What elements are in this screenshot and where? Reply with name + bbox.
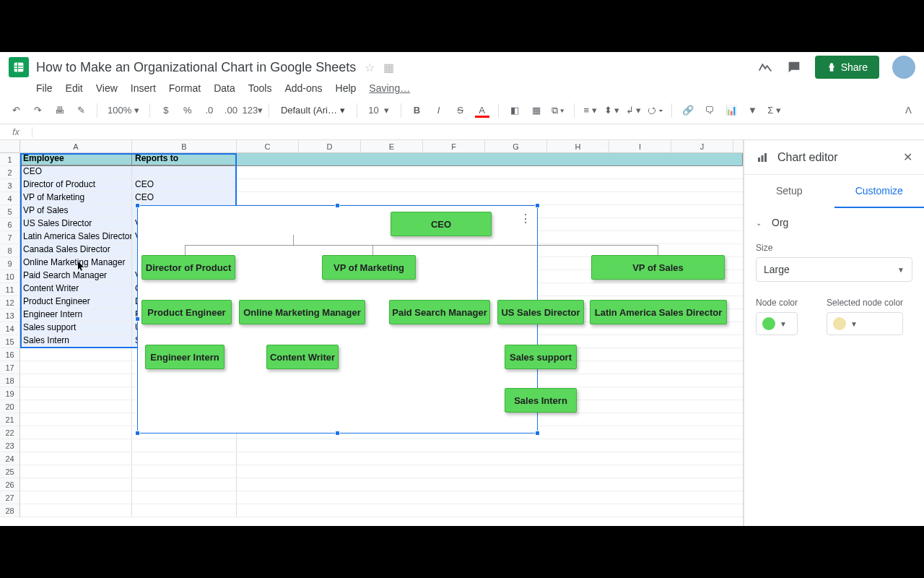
cell[interactable]: Content Writer — [20, 283, 132, 296]
size-select[interactable]: Large ▼ — [756, 257, 912, 282]
menu-addons[interactable]: Add-ons — [284, 82, 322, 94]
org-node[interactable]: VP of Marketing — [322, 255, 416, 280]
cell[interactable] — [20, 413, 132, 426]
merge-icon[interactable]: ⧉ ▾ — [549, 102, 567, 119]
bold-icon[interactable]: B — [409, 102, 426, 119]
close-icon[interactable]: ✕ — [903, 150, 912, 164]
col-header-f[interactable]: F — [423, 140, 485, 152]
row-header[interactable]: 10 — [0, 270, 19, 283]
filter-icon[interactable]: ▼ — [744, 102, 762, 119]
col-header-h[interactable]: H — [547, 140, 609, 152]
resize-handle[interactable] — [535, 203, 540, 208]
cell[interactable]: VP of Marketing — [20, 192, 132, 204]
resize-handle[interactable] — [135, 203, 140, 208]
org-node[interactable]: Online Marketing Manager — [239, 300, 365, 324]
row-header[interactable]: 7 — [0, 231, 19, 244]
resize-handle[interactable] — [535, 431, 540, 436]
org-node[interactable]: VP of Sales — [591, 255, 725, 280]
column-headers[interactable]: A B C D E F G H I J — [0, 140, 743, 153]
paint-format-icon[interactable]: ✎ — [72, 102, 90, 119]
org-node[interactable]: Content Writer — [266, 345, 339, 369]
row-header[interactable]: 1 — [0, 153, 19, 166]
org-node[interactable]: Latin America Sales Director — [590, 300, 727, 324]
decrease-decimal-icon[interactable]: .0 — [201, 102, 218, 119]
share-button[interactable]: Share — [815, 56, 879, 79]
org-node[interactable]: Sales Intern — [505, 388, 577, 413]
menu-data[interactable]: Data — [214, 82, 235, 94]
row-header[interactable]: 13 — [0, 309, 19, 322]
cell[interactable]: Paid Search Manager — [20, 270, 132, 282]
col-header-i[interactable]: I — [609, 140, 671, 152]
org-node[interactable]: CEO — [391, 212, 492, 236]
row-header[interactable]: 22 — [0, 426, 19, 439]
star-icon[interactable]: ☆ — [365, 61, 375, 74]
org-node[interactable]: Director of Product — [141, 255, 235, 280]
fill-color-icon[interactable]: ◧ — [506, 102, 523, 119]
cell[interactable] — [20, 465, 132, 478]
cell[interactable]: CEO — [20, 166, 132, 178]
row-header[interactable]: 26 — [0, 478, 19, 491]
row-header[interactable]: 16 — [0, 348, 19, 361]
cell[interactable] — [132, 491, 237, 504]
menu-view[interactable]: View — [96, 82, 118, 94]
cell[interactable]: CEO — [132, 192, 237, 204]
cell[interactable] — [20, 348, 132, 361]
more-formats-select[interactable]: 123 ▾ — [244, 102, 261, 119]
activity-icon[interactable] — [757, 59, 773, 75]
cell[interactable]: Product Engineer — [20, 296, 132, 309]
row-header[interactable]: 9 — [0, 257, 19, 270]
cell[interactable] — [20, 452, 132, 465]
col-header-e[interactable]: E — [361, 140, 423, 152]
text-color-icon[interactable]: A — [474, 102, 491, 119]
resize-handle[interactable] — [135, 431, 140, 436]
v-align-icon[interactable]: ⬍ ▾ — [603, 102, 621, 119]
collapse-toolbar-icon[interactable]: ᐱ — [899, 102, 917, 119]
cell[interactable] — [132, 504, 237, 517]
row-header[interactable]: 23 — [0, 439, 19, 452]
row-header[interactable]: 27 — [0, 491, 19, 504]
cell[interactable]: VP of Sales — [20, 205, 132, 217]
cell[interactable]: Engineer Intern — [20, 309, 132, 322]
col-header-b[interactable]: B — [132, 140, 237, 152]
rotate-icon[interactable]: ⭯ ▾ — [647, 102, 664, 119]
col-header-j[interactable]: J — [671, 140, 733, 152]
col-header-c[interactable]: C — [237, 140, 299, 152]
link-icon[interactable]: 🔗 — [679, 102, 697, 119]
menu-format[interactable]: Format — [169, 82, 201, 94]
menu-insert[interactable]: Insert — [131, 82, 156, 94]
cell[interactable]: Director of Product — [20, 179, 132, 191]
row-header[interactable]: 25 — [0, 465, 19, 478]
functions-icon[interactable]: Σ ▾ — [766, 102, 783, 119]
percent-icon[interactable]: % — [179, 102, 196, 119]
cell[interactable] — [132, 166, 237, 178]
row-header[interactable]: 12 — [0, 296, 19, 309]
h-align-icon[interactable]: ≡ ▾ — [582, 102, 599, 119]
row-header[interactable]: 4 — [0, 192, 19, 205]
formula-bar[interactable]: fx — [0, 124, 924, 140]
cell[interactable] — [20, 491, 132, 504]
increase-decimal-icon[interactable]: .00 — [222, 102, 240, 119]
row-header[interactable]: 17 — [0, 361, 19, 374]
row-header[interactable]: 18 — [0, 374, 19, 387]
resize-handle[interactable] — [335, 203, 340, 208]
undo-icon[interactable]: ↶ — [7, 102, 25, 119]
menu-help[interactable]: Help — [336, 82, 357, 94]
spreadsheet-area[interactable]: A B C D E F G H I J 12345678910111213141… — [0, 140, 744, 526]
org-chart[interactable]: ⋮ CEO Director of Product VP of Marketin… — [137, 205, 538, 434]
cell[interactable] — [20, 374, 132, 387]
borders-icon[interactable]: ▦ — [528, 102, 545, 119]
cell[interactable] — [132, 478, 237, 491]
row-header[interactable]: 28 — [0, 504, 19, 517]
cell[interactable] — [20, 504, 132, 517]
cell[interactable] — [132, 439, 237, 452]
strike-icon[interactable]: S — [452, 102, 469, 119]
cell[interactable]: Employee — [20, 153, 132, 165]
currency-icon[interactable]: $ — [157, 102, 175, 119]
cell[interactable] — [20, 361, 132, 374]
selected-node-color-picker[interactable]: ▼ — [827, 312, 903, 335]
col-header-g[interactable]: G — [485, 140, 547, 152]
font-size-select[interactable]: 10 ▾ — [365, 105, 393, 116]
resize-handle[interactable] — [135, 316, 140, 322]
print-icon[interactable]: 🖶 — [51, 102, 68, 119]
document-title[interactable]: How to Make an Organizational Chart in G… — [36, 60, 356, 75]
